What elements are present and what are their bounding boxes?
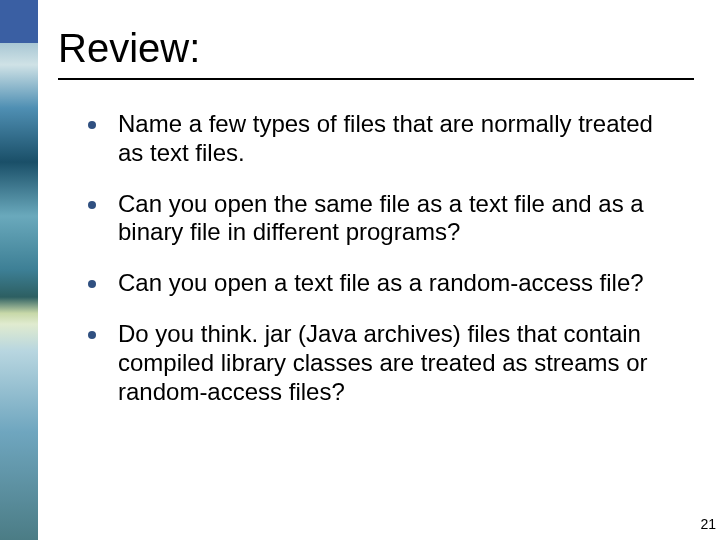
slide-title: Review:	[58, 26, 200, 71]
slide: Review: Name a few types of files that a…	[0, 0, 720, 540]
bullet-dot-icon	[88, 280, 96, 288]
bullet-item: Can you open a text file as a random-acc…	[88, 269, 678, 298]
bullet-item: Name a few types of files that are norma…	[88, 110, 678, 168]
bullet-item: Can you open the same file as a text fil…	[88, 190, 678, 248]
bullet-text: Can you open the same file as a text fil…	[118, 190, 678, 248]
decorative-strip	[0, 0, 38, 540]
bullet-dot-icon	[88, 331, 96, 339]
title-underline	[58, 78, 694, 80]
slide-content: Name a few types of files that are norma…	[88, 110, 678, 428]
bullet-item: Do you think. jar (Java archives) files …	[88, 320, 678, 406]
bullet-dot-icon	[88, 201, 96, 209]
page-number: 21	[700, 516, 716, 532]
bullet-text: Name a few types of files that are norma…	[118, 110, 678, 168]
bullet-text: Do you think. jar (Java archives) files …	[118, 320, 678, 406]
bullet-dot-icon	[88, 121, 96, 129]
bullet-text: Can you open a text file as a random-acc…	[118, 269, 644, 298]
